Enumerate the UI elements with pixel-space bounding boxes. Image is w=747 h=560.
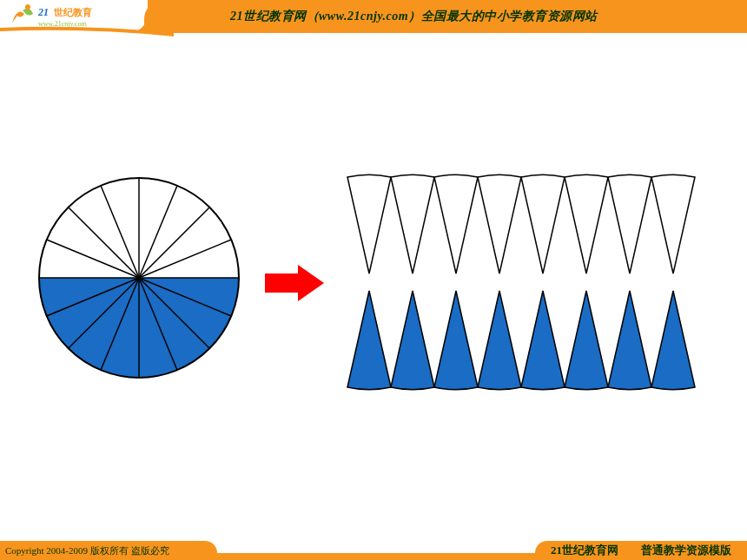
svg-marker-22: [298, 265, 324, 301]
footer-brand: 21世纪教育网: [551, 543, 618, 558]
footer-template: 普通教学资源模版: [641, 543, 731, 558]
footer-divider: [217, 553, 535, 560]
divided-circle: [39, 178, 239, 378]
svg-text:世纪教育: 世纪教育: [53, 7, 92, 17]
svg-rect-21: [265, 273, 298, 293]
svg-line-15: [69, 208, 139, 278]
slide-content: [0, 87, 747, 504]
header-swoosh-decoration: [0, 24, 217, 40]
bottom-sectors-row: [347, 291, 695, 390]
arrow-icon: [265, 265, 324, 301]
footer-bar: Copyright 2004-2009 版权所有 盗版必究 21世纪教育网 普通…: [0, 541, 747, 560]
svg-text:21: 21: [37, 6, 49, 18]
footer-right-block: 21世纪教育网 普通教学资源模版: [535, 541, 747, 560]
footer-copyright: Copyright 2004-2009 版权所有 盗版必究: [0, 541, 217, 560]
top-sectors-row: [347, 175, 695, 273]
header-tagline: 21世纪教育网（www.21cnjy.com）全国最大的中小学教育资源网站: [230, 9, 598, 24]
circle-rearrangement-diagram: [26, 165, 721, 443]
svg-line-19: [139, 208, 209, 278]
svg-point-0: [25, 4, 30, 10]
